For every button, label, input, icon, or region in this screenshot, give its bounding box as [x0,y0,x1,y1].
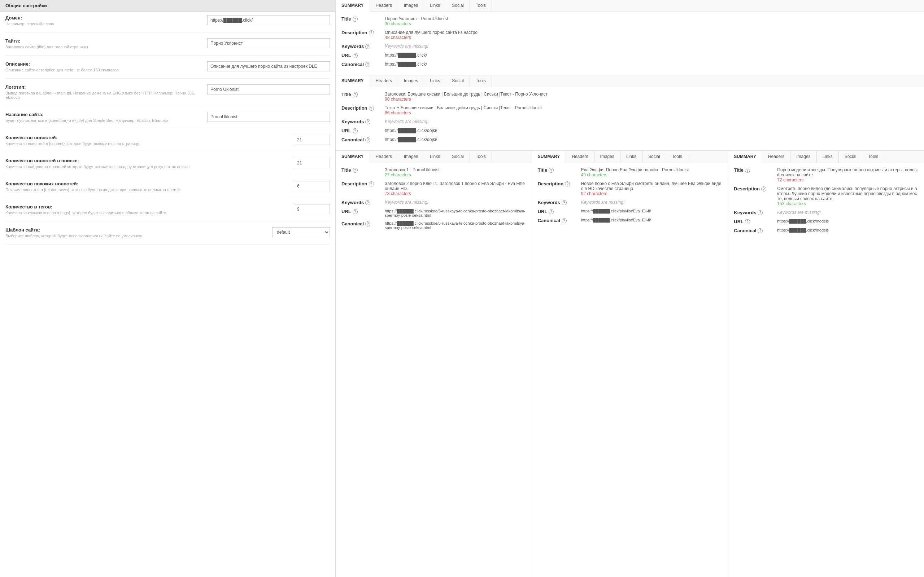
kw-help-icon-mid[interactable]: ? [365,119,370,124]
input-desc[interactable] [207,61,330,71]
seo-row-kw-b2: Keywords ? Keywords are missing! [538,200,722,205]
tab-links-b1[interactable]: Links [424,151,446,163]
tab-images-b1[interactable]: Images [398,151,424,163]
tab-social-b1[interactable]: Social [446,151,470,163]
tab-headers-mid[interactable]: Headers [370,76,398,87]
kw-help-icon-top[interactable]: ? [365,44,370,49]
seo-tabs-b1: SUMMARY Headers Images Links Social Tool… [336,151,531,163]
url-help-icon-top[interactable]: ? [353,53,358,58]
url-help-b3[interactable]: ? [745,219,750,224]
seo-value-desc-b2: Новое порно с Ева Эльфи смотреть онлайн,… [581,181,722,196]
desc-help-icon-top[interactable]: ? [369,30,374,35]
tab-images-b3[interactable]: Images [790,151,816,163]
seo-label-kw-b1: Keywords ? [341,200,385,205]
input-search-count[interactable] [294,158,330,168]
tab-tools-mid[interactable]: Tools [470,76,492,87]
tab-summary-b1[interactable]: SUMMARY [336,151,370,163]
tab-social-b2[interactable]: Social [643,151,666,163]
input-tags-count[interactable] [294,204,330,214]
seo-label-url-b1: URL ? [341,209,385,214]
url-help-icon-mid[interactable]: ? [353,128,358,134]
seo-value-url-mid: https://██████.click/dojki/ [385,128,918,133]
desc-help-b2[interactable]: ? [565,181,570,187]
seo-label-desc-b3: Description ? [734,186,777,192]
seo-right-col: SUMMARY Headers Images Links Social Tool… [336,0,924,577]
input-related-count[interactable] [294,181,330,191]
tab-summary-mid[interactable]: SUMMARY [336,76,370,87]
title-help-b3[interactable]: ? [745,168,750,173]
kw-help-b1[interactable]: ? [365,200,370,205]
input-sitename[interactable] [207,112,330,122]
title-help-b1[interactable]: ? [353,168,358,173]
tab-summary-b3[interactable]: SUMMARY [728,151,762,163]
seo-row-url-top: URL ? https://██████.click/ [341,53,918,58]
tab-tools-b2[interactable]: Tools [666,151,688,163]
label-desc: Описание: [5,61,207,67]
input-title[interactable] [207,38,330,48]
tab-images-top[interactable]: Images [398,0,424,11]
url-help-b2[interactable]: ? [549,209,554,214]
canonical-help-b3[interactable]: ? [758,228,762,233]
settings-header: Общие настройки [0,0,335,11]
seo-row-desc-b2: Description ? Новое порно с Ева Эльфи см… [538,181,722,196]
seo-row-url-b1: URL ? https://██████.click/russkoe/5-rus… [341,209,526,218]
title-help-icon-top[interactable]: ? [353,16,358,22]
hint-title: Заголовок сайта (title) для главной стра… [5,45,207,49]
tab-tools-top[interactable]: Tools [470,0,492,11]
tab-headers-top[interactable]: Headers [370,0,398,11]
canonical-help-icon-mid[interactable]: ? [365,137,370,142]
url-help-b1[interactable]: ? [353,209,358,214]
tab-links-b3[interactable]: Links [817,151,839,163]
select-template[interactable]: default [272,227,330,237]
kw-help-b3[interactable]: ? [758,210,762,215]
tab-summary-b2[interactable]: SUMMARY [532,151,566,163]
tab-links-b2[interactable]: Links [620,151,643,163]
seo-value-canonical-mid: https://██████.click/dojki/ [385,137,918,142]
tab-summary-top[interactable]: SUMMARY [336,0,370,12]
label-related-count: Количество похожих новостей: [5,181,294,187]
desc-help-b1[interactable]: ? [369,181,374,187]
canonical-help-b1[interactable]: ? [365,221,370,226]
kw-help-b2[interactable]: ? [562,200,567,205]
label-search-count: Количество новостей в поиске: [5,158,294,163]
seo-tabs-mid: SUMMARY Headers Images Links Social Tool… [336,76,924,87]
tab-social-b3[interactable]: Social [839,151,863,163]
tab-images-b2[interactable]: Images [594,151,620,163]
seo-row-title-mid: Title ? Заголовки: Большие сиськи | Боль… [341,92,918,102]
seo-tabs-top: SUMMARY Headers Images Links Social Tool… [336,0,924,12]
title-chars-b2: 49 characters [581,172,722,177]
tab-social-mid[interactable]: Social [446,76,470,87]
tab-tools-b1[interactable]: Tools [470,151,492,163]
tab-headers-b3[interactable]: Headers [762,151,790,163]
canonical-help-icon-top[interactable]: ? [365,62,370,67]
tab-images-mid[interactable]: Images [398,76,424,87]
seo-row-title-b3: Title ? Порно модели и звезды. Популярны… [734,167,918,182]
title-help-b2[interactable]: ? [549,168,554,173]
desc-help-b3[interactable]: ? [761,187,766,192]
tab-links-mid[interactable]: Links [424,76,446,87]
desc-chars-b3: 153 characters [777,201,918,206]
seo-row-kw-top: Keywords ? Keywords are missing! [341,44,918,49]
tab-headers-b2[interactable]: Headers [566,151,594,163]
canonical-help-b2[interactable]: ? [562,218,567,223]
seo-value-url-b2: https://██████.click/playlist/Eva+Ell-fi… [581,209,722,213]
tab-headers-b1[interactable]: Headers [370,151,398,163]
setting-row-title: Тайтл: Заголовок сайта (title) для главн… [5,38,330,56]
seo-card-bottom-3: SUMMARY Headers Images Links Social Tool… [728,151,924,577]
seo-value-desc-b3: Смотреть порно видео где снимались попул… [777,186,918,206]
input-domain[interactable] [207,15,330,25]
seo-row-url-b3: URL ? https://██████.click/models [734,219,918,224]
input-logo[interactable] [207,84,330,95]
seo-label-desc-b2: Description ? [538,181,581,187]
title-help-icon-mid[interactable]: ? [353,92,358,97]
seo-label-kw-top: Keywords ? [341,44,385,49]
seo-value-title-mid: Заголовки: Большие сиськи | Большие до г… [385,92,918,102]
seo-content-b1: Title ? Заголовок 1 - PornoUklonist 27 c… [336,163,531,238]
tab-links-top[interactable]: Links [424,0,446,11]
desc-help-icon-mid[interactable]: ? [369,106,374,111]
hint-news-count: Количество новостей в {content}, которое… [5,141,294,146]
tab-tools-b3[interactable]: Tools [862,151,884,163]
label-news-count: Количество новостей: [5,135,294,140]
tab-social-top[interactable]: Social [446,0,470,11]
input-news-count[interactable] [294,135,330,145]
